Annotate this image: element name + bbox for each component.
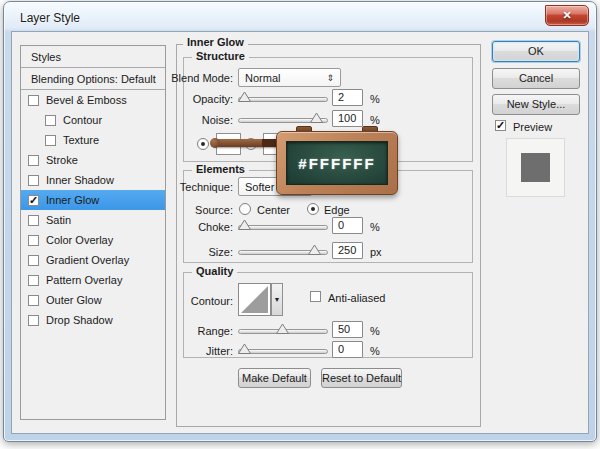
noise-unit: % [370, 114, 380, 126]
page: Layer Style ✕ Styles Blending Options: D… [0, 0, 600, 449]
sidebar-item-label: Pattern Overlay [46, 274, 122, 286]
checkbox-unchecked-icon[interactable] [28, 295, 39, 306]
source-label: Source: [118, 204, 233, 216]
source-edge-radio[interactable] [307, 203, 319, 215]
sidebar-item-label: Drop Shadow [46, 314, 113, 326]
slider-track[interactable] [238, 97, 328, 102]
technique-label: Technique: [118, 181, 233, 193]
sidebar-item-texture[interactable]: Texture [21, 130, 165, 150]
cancel-button[interactable]: Cancel [492, 68, 580, 89]
size-label: Size: [118, 246, 233, 258]
range-unit: % [370, 325, 380, 337]
range-input[interactable]: 50 [332, 321, 363, 338]
checkbox-unchecked-icon[interactable] [28, 175, 39, 186]
slider-track[interactable] [238, 225, 328, 230]
dropdown-arrow-icon: ▼ [274, 296, 281, 303]
check-icon: ✓ [29, 196, 38, 205]
elements-legend: Elements [192, 163, 249, 175]
choke-unit: % [370, 221, 380, 233]
jitter-label: Jitter: [118, 345, 233, 357]
noise-label: Noise: [118, 114, 233, 126]
color-tooltip-chalkboard: #FFFFFF [276, 131, 398, 195]
contour-thumbnail[interactable] [238, 283, 271, 316]
size-unit: px [370, 246, 382, 258]
choke-label: Choke: [118, 221, 233, 233]
checkbox-unchecked-icon[interactable] [45, 135, 56, 146]
preview-label: Preview [513, 121, 552, 133]
jitter-slider[interactable] [238, 342, 328, 356]
sidebar-item-pattern-overlay[interactable]: Pattern Overlay [21, 270, 165, 290]
slider-thumb[interactable] [238, 220, 251, 230]
sidebar-item-label: Satin [46, 214, 71, 226]
checkbox-unchecked-icon[interactable] [28, 95, 39, 106]
checkbox-checked-icon[interactable]: ✓ [28, 195, 39, 206]
opacity-label: Opacity: [118, 93, 233, 105]
structure-legend: Structure [192, 50, 249, 62]
blend-mode-select[interactable]: Normal ⇕ [238, 68, 341, 87]
sidebar-item-label: Gradient Overlay [46, 254, 129, 266]
sidebar-item-stroke[interactable]: Stroke [21, 150, 165, 170]
antialiased-label: Anti-aliased [328, 292, 385, 304]
quality-legend: Quality [192, 265, 237, 277]
hex-color-value: #FFFFFF [298, 155, 375, 172]
sidebar-item-label: Inner Glow [46, 194, 99, 206]
slider-track[interactable] [238, 349, 328, 354]
close-icon: ✕ [562, 9, 571, 21]
contour-picker-button[interactable]: ▼ [271, 283, 283, 316]
close-button[interactable]: ✕ [545, 5, 589, 26]
reset-to-default-button[interactable]: Reset to Default [321, 368, 402, 388]
sidebar-item-label: Bevel & Emboss [46, 94, 127, 106]
opacity-slider[interactable] [238, 90, 328, 104]
sidebar-item-label: Inner Shadow [46, 174, 114, 186]
sidebar-item-label: Color Overlay [46, 234, 113, 246]
opacity-input[interactable]: 2 [332, 89, 363, 106]
make-default-button[interactable]: Make Default [238, 368, 311, 388]
slider-thumb[interactable] [238, 92, 251, 102]
size-input[interactable]: 250 [332, 242, 363, 259]
check-icon: ✓ [496, 121, 505, 130]
checkbox-unchecked-icon[interactable] [28, 215, 39, 226]
checkbox-unchecked-icon[interactable] [28, 255, 39, 266]
range-label: Range: [118, 325, 233, 337]
new-style-button[interactable]: New Style... [492, 94, 580, 115]
choke-slider[interactable] [238, 218, 328, 232]
checkbox-unchecked-icon[interactable] [28, 275, 39, 286]
window-title: Layer Style [20, 11, 80, 25]
checkbox-unchecked-icon[interactable] [28, 315, 39, 326]
range-slider[interactable] [238, 322, 328, 336]
technique-value: Softer [245, 181, 274, 193]
size-slider[interactable] [238, 243, 328, 257]
jitter-input[interactable]: 0 [332, 341, 363, 358]
choke-input[interactable]: 0 [332, 217, 363, 234]
contour-label: Contour: [118, 295, 233, 307]
noise-slider[interactable] [238, 111, 328, 125]
sidebar-item-label: Stroke [46, 154, 78, 166]
slider-thumb[interactable] [238, 344, 251, 354]
blend-mode-value: Normal [245, 72, 280, 84]
sidebar-item-label: Contour [63, 114, 102, 126]
preview-checkbox[interactable]: ✓ [495, 120, 506, 131]
source-edge-label: Edge [324, 204, 350, 216]
sidebar-item-label: Outer Glow [46, 294, 102, 306]
preview-thumbnail [521, 153, 550, 182]
slider-thumb[interactable] [308, 245, 321, 255]
opacity-unit: % [370, 93, 380, 105]
pointer-stick [212, 139, 286, 147]
panel-title: Inner Glow [183, 36, 248, 48]
checkbox-unchecked-icon[interactable] [28, 235, 39, 246]
source-center-label: Center [257, 204, 290, 216]
checkbox-unchecked-icon[interactable] [28, 155, 39, 166]
jitter-unit: % [370, 345, 380, 357]
ok-button[interactable]: OK [492, 41, 580, 62]
slider-thumb[interactable] [310, 113, 323, 123]
slider-thumb[interactable] [276, 324, 289, 334]
sidebar-item-label: Texture [63, 134, 99, 146]
antialiased-checkbox[interactable] [310, 291, 321, 302]
glow-color-radio[interactable] [197, 138, 209, 150]
noise-input[interactable]: 100 [332, 110, 363, 127]
updown-arrows-icon: ⇕ [326, 73, 334, 83]
preview-well [506, 138, 565, 197]
checkbox-unchecked-icon[interactable] [45, 115, 56, 126]
chalkboard-surface: #FFFFFF [286, 141, 388, 185]
source-center-radio[interactable] [239, 203, 251, 215]
